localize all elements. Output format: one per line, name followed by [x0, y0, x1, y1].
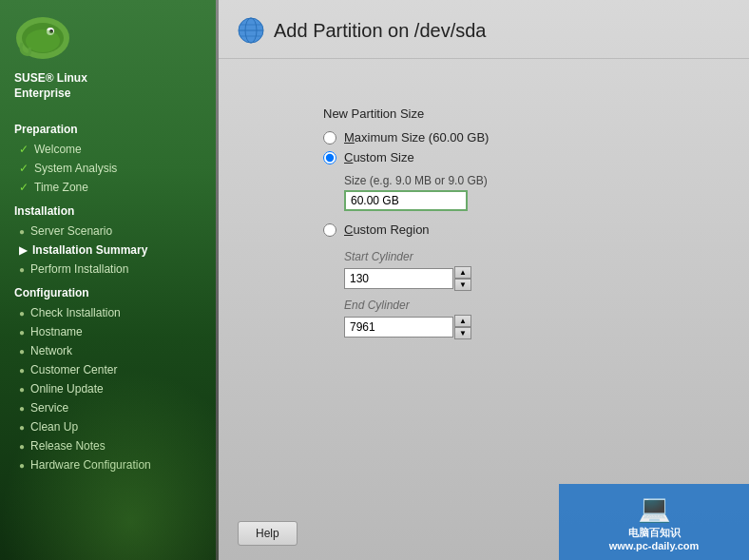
sidebar-item-label: Welcome	[34, 143, 82, 156]
watermark-line1: 电脑百知识	[628, 526, 681, 540]
sidebar: SUSE® LinuxEnterprise Preparation ✓ Welc…	[0, 0, 219, 560]
bullet-icon: ●	[19, 327, 25, 338]
end-cylinder-down[interactable]: ▼	[454, 327, 471, 339]
sidebar-item-system-analysis[interactable]: ✓ System Analysis	[0, 159, 219, 178]
start-cylinder-label: Start Cylinder	[344, 250, 489, 263]
end-cylinder-field: End Cylinder ▲ ▼	[344, 299, 489, 339]
start-cylinder-field: Start Cylinder ▲ ▼	[344, 250, 489, 291]
start-cylinder-down[interactable]: ▼	[454, 279, 471, 291]
start-cylinder-spinner: ▲ ▼	[344, 266, 489, 291]
watermark-line2: www.pc-daily.com	[609, 540, 700, 551]
check-icon: ✓	[19, 181, 29, 194]
end-cylinder-label: End Cylinder	[344, 299, 489, 312]
bullet-icon: ●	[19, 308, 25, 319]
sidebar-item-label: Hardware Configuration	[30, 458, 151, 472]
sidebar-item-label: Service	[30, 401, 68, 415]
check-icon: ✓	[19, 162, 29, 175]
size-input[interactable]	[344, 190, 468, 211]
sidebar-item-label: Server Scenario	[30, 224, 112, 238]
bullet-icon: ●	[19, 264, 25, 275]
sidebar-item-customer-center[interactable]: ● Customer Center	[0, 360, 219, 379]
start-cylinder-input[interactable]	[344, 268, 453, 289]
sidebar-item-server-scenario[interactable]: ● Server Scenario	[0, 222, 219, 241]
bullet-icon: ●	[19, 422, 25, 433]
size-hint: Size (e.g. 9.0 MB or 9.0 GB)	[344, 174, 489, 187]
sidebar-item-installation-summary[interactable]: ▶ Installation Summary	[0, 241, 219, 260]
watermark: 💻 电脑百知识 www.pc-daily.com	[559, 484, 749, 560]
sidebar-item-welcome[interactable]: ✓ Welcome	[0, 140, 219, 159]
start-cylinder-buttons: ▲ ▼	[454, 266, 471, 291]
end-cylinder-buttons: ▲ ▼	[454, 315, 471, 339]
partition-icon	[238, 17, 264, 44]
check-icon: ✓	[19, 143, 29, 156]
watermark-icon: 💻	[638, 492, 671, 524]
end-cylinder-spinner: ▲ ▼	[344, 315, 489, 339]
sidebar-item-hostname[interactable]: ● Hostname	[0, 322, 219, 341]
help-button[interactable]: Help	[238, 521, 298, 546]
sidebar-item-label: Online Update	[30, 382, 104, 396]
sidebar-item-label: Clean Up	[30, 420, 78, 434]
sidebar-item-network[interactable]: ● Network	[0, 341, 219, 360]
sidebar-item-label: Time Zone	[34, 181, 88, 194]
sidebar-item-label: Installation Summary	[32, 243, 147, 257]
sidebar-item-label: System Analysis	[34, 162, 117, 175]
page-title: Add Partition on /dev/sda	[274, 20, 486, 42]
end-cylinder-input[interactable]	[344, 317, 453, 338]
sidebar-item-time-zone[interactable]: ✓ Time Zone	[0, 178, 219, 197]
sidebar-item-check-installation[interactable]: ● Check Installation	[0, 303, 219, 322]
arrow-icon: ▶	[19, 244, 27, 257]
end-cylinder-up[interactable]: ▲	[454, 315, 471, 327]
bullet-icon: ●	[19, 403, 25, 414]
radio-option-maximum-size[interactable]: Maximum Size (60.00 GB)	[323, 130, 489, 145]
custom-size-radio[interactable]	[323, 151, 336, 164]
sidebar-item-label: Perform Installation	[30, 262, 128, 276]
sidebar-item-online-update[interactable]: ● Online Update	[0, 379, 219, 398]
start-cylinder-up[interactable]: ▲	[454, 266, 471, 279]
main-header: Add Partition on /dev/sda	[219, 0, 749, 59]
maximum-size-label: Maximum Size (60.00 GB)	[344, 130, 489, 145]
section-title: New Partition Size	[323, 106, 489, 121]
bullet-icon: ●	[19, 384, 25, 395]
bullet-icon: ●	[19, 346, 25, 357]
custom-region-label: Custom Region	[344, 222, 430, 237]
sidebar-navigation: Preparation ✓ Welcome ✓ System Analysis …	[0, 110, 219, 560]
radio-group: Maximum Size (60.00 GB) Custom Size Size…	[323, 130, 489, 347]
bullet-icon: ●	[19, 365, 25, 376]
bullet-icon: ●	[19, 226, 25, 237]
brand-name: SUSE® LinuxEnterprise	[14, 71, 87, 101]
radio-option-custom-size[interactable]: Custom Size	[323, 150, 489, 164]
sidebar-logo: SUSE® LinuxEnterprise	[0, 0, 219, 110]
bullet-icon: ●	[19, 460, 25, 471]
sidebar-item-label: Hostname	[30, 325, 83, 338]
section-preparation: Preparation	[0, 115, 219, 140]
section-installation: Installation	[0, 197, 219, 222]
radio-option-custom-region[interactable]: Custom Region	[323, 222, 489, 237]
size-field: Size (e.g. 9.0 MB or 9.0 GB)	[344, 174, 489, 211]
sidebar-item-service[interactable]: ● Service	[0, 398, 219, 417]
sidebar-item-label: Network	[30, 344, 72, 357]
sidebar-item-label: Check Installation	[30, 306, 121, 319]
sidebar-item-release-notes[interactable]: ● Release Notes	[0, 436, 219, 455]
sidebar-item-perform-installation[interactable]: ● Perform Installation	[0, 260, 219, 279]
sidebar-item-label: Customer Center	[30, 363, 117, 377]
partition-form: New Partition Size Maximum Size (60.00 G…	[323, 106, 489, 347]
sidebar-item-clean-up[interactable]: ● Clean Up	[0, 417, 219, 436]
main-content: Add Partition on /dev/sda New Partition …	[219, 0, 749, 560]
svg-point-4	[26, 29, 60, 52]
custom-size-label: Custom Size	[344, 150, 414, 164]
sidebar-item-label: Release Notes	[30, 439, 106, 453]
custom-region-radio[interactable]	[323, 223, 336, 237]
sidebar-item-hardware-configuration[interactable]: ● Hardware Configuration	[0, 455, 219, 474]
cylinder-section: Start Cylinder ▲ ▼ End Cylinder	[344, 250, 489, 347]
suse-logo	[14, 14, 71, 67]
bullet-icon: ●	[19, 441, 25, 452]
main-body: New Partition Size Maximum Size (60.00 G…	[219, 59, 749, 512]
section-configuration: Configuration	[0, 279, 219, 303]
maximum-size-radio[interactable]	[323, 131, 336, 145]
